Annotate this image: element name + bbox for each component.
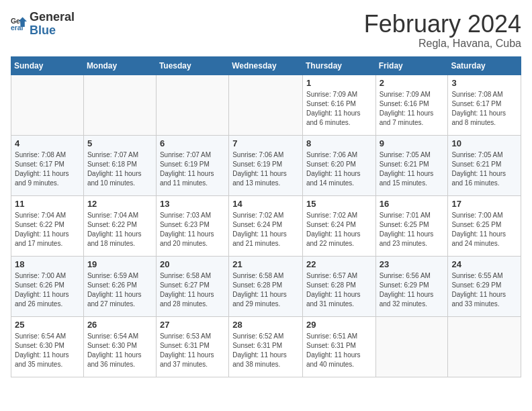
day-number: 17 (451, 199, 517, 209)
day-info: Sunrise: 6:59 AM Sunset: 6:26 PM Dayligh… (87, 271, 152, 309)
calendar-table: SundayMondayTuesdayWednesdayThursdayFrid… (11, 56, 521, 377)
day-number: 1 (306, 78, 372, 88)
day-info: Sunrise: 7:03 AM Sunset: 6:23 PM Dayligh… (160, 211, 225, 248)
day-number: 27 (160, 320, 225, 330)
logo: Gen eral General Blue (11, 11, 75, 38)
day-info: Sunrise: 7:06 AM Sunset: 6:20 PM Dayligh… (306, 150, 372, 188)
calendar-day-cell: 18Sunrise: 7:00 AM Sunset: 6:26 PM Dayli… (11, 256, 84, 316)
calendar-day-cell (83, 75, 156, 135)
day-info: Sunrise: 7:04 AM Sunset: 6:22 PM Dayligh… (87, 211, 152, 248)
calendar-week-row: 11Sunrise: 7:04 AM Sunset: 6:22 PM Dayli… (11, 195, 521, 256)
calendar-subtitle: Regla, Havana, Cuba (364, 38, 521, 50)
logo-blue: Blue (30, 24, 75, 38)
day-number: 11 (15, 199, 80, 209)
calendar-day-cell: 1Sunrise: 7:09 AM Sunset: 6:16 PM Daylig… (302, 75, 375, 135)
day-info: Sunrise: 7:08 AM Sunset: 6:17 PM Dayligh… (451, 90, 517, 128)
weekday-header: Friday (375, 56, 448, 75)
calendar-week-row: 25Sunrise: 6:54 AM Sunset: 6:30 PM Dayli… (11, 316, 521, 377)
day-number: 22 (306, 259, 372, 269)
day-number: 3 (451, 78, 517, 88)
weekday-header: Wednesday (229, 56, 303, 75)
day-info: Sunrise: 6:58 AM Sunset: 6:28 PM Dayligh… (232, 271, 299, 309)
day-number: 26 (87, 320, 152, 330)
page-header: Gen eral General Blue February 2024 Regl… (11, 11, 521, 50)
calendar-day-cell: 2Sunrise: 7:09 AM Sunset: 6:16 PM Daylig… (375, 75, 448, 135)
day-info: Sunrise: 7:00 AM Sunset: 6:25 PM Dayligh… (451, 211, 517, 248)
calendar-day-cell: 11Sunrise: 7:04 AM Sunset: 6:22 PM Dayli… (11, 195, 84, 256)
day-info: Sunrise: 6:56 AM Sunset: 6:29 PM Dayligh… (380, 271, 445, 309)
day-info: Sunrise: 7:01 AM Sunset: 6:25 PM Dayligh… (380, 211, 445, 248)
calendar-day-cell (375, 316, 448, 377)
day-number: 4 (15, 138, 80, 148)
calendar-day-cell: 13Sunrise: 7:03 AM Sunset: 6:23 PM Dayli… (156, 195, 228, 256)
day-number: 7 (232, 138, 299, 148)
calendar-day-cell (156, 75, 228, 135)
calendar-week-row: 1Sunrise: 7:09 AM Sunset: 6:16 PM Daylig… (11, 75, 521, 135)
day-info: Sunrise: 6:54 AM Sunset: 6:30 PM Dayligh… (15, 332, 80, 369)
day-number: 15 (306, 199, 372, 209)
calendar-day-cell: 9Sunrise: 7:05 AM Sunset: 6:21 PM Daylig… (375, 135, 448, 195)
day-info: Sunrise: 6:58 AM Sunset: 6:27 PM Dayligh… (160, 271, 225, 309)
day-number: 9 (380, 138, 445, 148)
day-number: 6 (160, 138, 225, 148)
weekday-header: Thursday (302, 56, 375, 75)
day-info: Sunrise: 7:05 AM Sunset: 6:21 PM Dayligh… (380, 150, 445, 188)
title-section: February 2024 Regla, Havana, Cuba (364, 11, 521, 50)
day-info: Sunrise: 6:57 AM Sunset: 6:28 PM Dayligh… (306, 271, 372, 309)
calendar-day-cell: 21Sunrise: 6:58 AM Sunset: 6:28 PM Dayli… (229, 256, 303, 316)
day-info: Sunrise: 7:02 AM Sunset: 6:24 PM Dayligh… (306, 211, 372, 248)
calendar-day-cell: 20Sunrise: 6:58 AM Sunset: 6:27 PM Dayli… (156, 256, 228, 316)
generalblue-logo-icon: Gen eral (11, 16, 27, 32)
calendar-day-cell: 23Sunrise: 6:56 AM Sunset: 6:29 PM Dayli… (375, 256, 448, 316)
calendar-day-cell: 3Sunrise: 7:08 AM Sunset: 6:17 PM Daylig… (448, 75, 521, 135)
day-number: 21 (232, 259, 299, 269)
calendar-day-cell: 26Sunrise: 6:54 AM Sunset: 6:30 PM Dayli… (83, 316, 156, 377)
day-info: Sunrise: 7:06 AM Sunset: 6:19 PM Dayligh… (232, 150, 299, 188)
day-number: 16 (380, 199, 445, 209)
day-number: 18 (15, 259, 80, 269)
day-info: Sunrise: 7:04 AM Sunset: 6:22 PM Dayligh… (15, 211, 80, 248)
calendar-day-cell: 24Sunrise: 6:55 AM Sunset: 6:29 PM Dayli… (448, 256, 521, 316)
calendar-day-cell (448, 316, 521, 377)
weekday-header: Monday (83, 56, 156, 75)
calendar-day-cell: 8Sunrise: 7:06 AM Sunset: 6:20 PM Daylig… (302, 135, 375, 195)
calendar-body: 1Sunrise: 7:09 AM Sunset: 6:16 PM Daylig… (11, 75, 521, 377)
day-number: 28 (232, 320, 299, 330)
calendar-day-cell: 5Sunrise: 7:07 AM Sunset: 6:18 PM Daylig… (83, 135, 156, 195)
day-info: Sunrise: 7:08 AM Sunset: 6:17 PM Dayligh… (15, 150, 80, 188)
calendar-title: February 2024 (364, 11, 521, 38)
logo-text: General Blue (30, 11, 75, 38)
calendar-day-cell: 19Sunrise: 6:59 AM Sunset: 6:26 PM Dayli… (83, 256, 156, 316)
weekday-header: Saturday (448, 56, 521, 75)
day-number: 24 (451, 259, 517, 269)
day-info: Sunrise: 7:07 AM Sunset: 6:18 PM Dayligh… (87, 150, 152, 188)
day-info: Sunrise: 7:09 AM Sunset: 6:16 PM Dayligh… (306, 90, 372, 128)
day-number: 8 (306, 138, 372, 148)
day-number: 29 (306, 320, 372, 330)
day-info: Sunrise: 6:53 AM Sunset: 6:31 PM Dayligh… (160, 332, 225, 369)
calendar-week-row: 4Sunrise: 7:08 AM Sunset: 6:17 PM Daylig… (11, 135, 521, 195)
calendar-day-cell: 17Sunrise: 7:00 AM Sunset: 6:25 PM Dayli… (448, 195, 521, 256)
day-number: 14 (232, 199, 299, 209)
calendar-day-cell: 12Sunrise: 7:04 AM Sunset: 6:22 PM Dayli… (83, 195, 156, 256)
day-info: Sunrise: 6:52 AM Sunset: 6:31 PM Dayligh… (232, 332, 299, 369)
day-info: Sunrise: 6:51 AM Sunset: 6:31 PM Dayligh… (306, 332, 372, 369)
day-number: 19 (87, 259, 152, 269)
logo-general: General (30, 11, 75, 24)
day-number: 2 (380, 78, 445, 88)
day-number: 20 (160, 259, 225, 269)
weekday-header: Sunday (11, 56, 84, 75)
weekday-row: SundayMondayTuesdayWednesdayThursdayFrid… (11, 56, 521, 75)
calendar-day-cell: 14Sunrise: 7:02 AM Sunset: 6:24 PM Dayli… (229, 195, 303, 256)
calendar-day-cell: 22Sunrise: 6:57 AM Sunset: 6:28 PM Dayli… (302, 256, 375, 316)
day-number: 23 (380, 259, 445, 269)
calendar-header: SundayMondayTuesdayWednesdayThursdayFrid… (11, 56, 521, 75)
day-number: 12 (87, 199, 152, 209)
calendar-day-cell: 7Sunrise: 7:06 AM Sunset: 6:19 PM Daylig… (229, 135, 303, 195)
day-number: 25 (15, 320, 80, 330)
day-number: 10 (451, 138, 517, 148)
calendar-day-cell (229, 75, 303, 135)
calendar-day-cell: 10Sunrise: 7:05 AM Sunset: 6:21 PM Dayli… (448, 135, 521, 195)
day-info: Sunrise: 7:09 AM Sunset: 6:16 PM Dayligh… (380, 90, 445, 128)
calendar-day-cell: 29Sunrise: 6:51 AM Sunset: 6:31 PM Dayli… (302, 316, 375, 377)
